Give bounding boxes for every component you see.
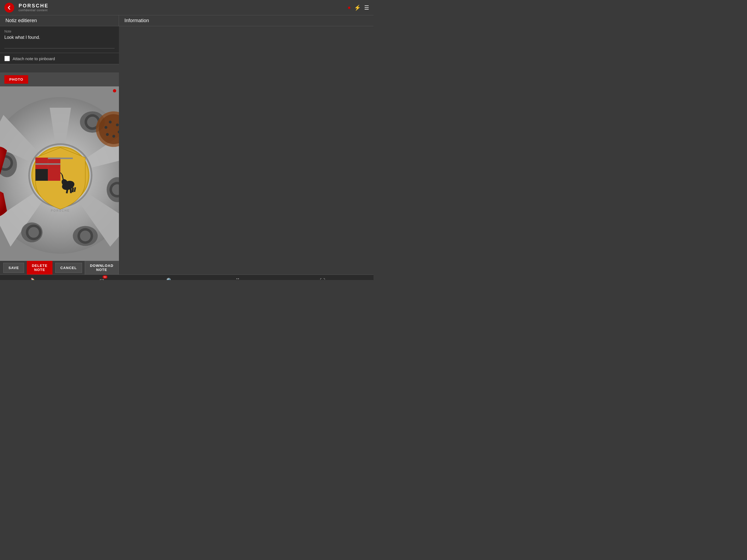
photo-indicator-dot — [113, 89, 116, 93]
fullscreen-icon: ⛶ — [320, 278, 325, 280]
note-text-content: Look what I found. — [4, 35, 114, 46]
svg-rect-29 — [35, 163, 60, 164]
gap-section — [0, 64, 119, 73]
back-button[interactable] — [4, 3, 14, 12]
qr-code-icon: ⠿ — [236, 278, 240, 280]
tab-qr-code[interactable]: ⠿ QR Code — [204, 275, 272, 280]
search-icon: 🔍 — [166, 278, 173, 280]
wheel-image: PORSCHE PORSC — [0, 86, 119, 261]
svg-point-44 — [109, 121, 111, 123]
svg-text:PORSCHE: PORSCHE — [51, 209, 70, 212]
svg-rect-30 — [35, 169, 48, 181]
news-icon: ✉ 50 — [100, 278, 104, 280]
app-header: PORSCHE confidential content ● ⚡ ☰ — [0, 0, 374, 15]
svg-rect-31 — [48, 169, 60, 181]
svg-point-45 — [116, 123, 119, 126]
note-section: Note Look what I found. — [0, 26, 119, 53]
information-title: Information — [124, 18, 149, 24]
cancel-button[interactable]: CANCEL — [55, 263, 82, 273]
save-button[interactable]: SAVE — [3, 263, 24, 273]
main-layout: Note Look what I found. Attach note to p… — [0, 26, 374, 275]
left-panel: Note Look what I found. Attach note to p… — [0, 26, 119, 275]
tab-bar: ✏️ Add note ✉ 50 News 🔍 Search ⠿ QR Code… — [0, 275, 374, 280]
tab-search[interactable]: 🔍 Search — [136, 275, 204, 280]
lightning-icon[interactable]: ⚡ — [354, 4, 361, 11]
logo-subtitle: confidential content — [19, 9, 49, 12]
pinboard-checkbox[interactable] — [4, 56, 10, 61]
titles-row: Notiz editieren Information — [0, 15, 374, 26]
svg-rect-28 — [48, 157, 73, 159]
notification-icon[interactable]: ● — [347, 4, 351, 11]
brand-logo: PORSCHE confidential content — [19, 3, 49, 12]
edit-note-title: Notiz editieren — [5, 18, 37, 24]
pinboard-checkbox-row: Attach note to pinboard — [0, 53, 119, 64]
page-title-left: Notiz editieren — [0, 15, 119, 26]
menu-icon[interactable]: ☰ — [364, 4, 369, 11]
svg-point-19 — [28, 227, 39, 238]
add-note-icon: ✏️ — [31, 278, 37, 280]
pinboard-label: Attach note to pinboard — [12, 56, 55, 61]
action-bar: SAVE DELETE NOTE CANCEL DOWNLOAD NOTE — [0, 261, 119, 275]
note-label: Note — [4, 29, 114, 33]
download-note-button[interactable]: DOWNLOAD NOTE — [85, 261, 119, 275]
tab-news[interactable]: ✉ 50 News — [68, 275, 136, 280]
page-title-right: Information — [119, 15, 374, 26]
photo-button[interactable]: PHOTO — [4, 75, 28, 84]
svg-point-13 — [87, 117, 98, 127]
svg-point-17 — [80, 230, 91, 241]
tab-fullscreen[interactable]: ⛶ Full Screen — [272, 275, 374, 280]
photo-area: PORSCHE PORSC — [0, 86, 119, 261]
svg-point-48 — [106, 133, 108, 136]
logo-name: PORSCHE — [19, 3, 49, 9]
header-actions: ● ⚡ ☰ — [347, 4, 369, 11]
svg-point-49 — [104, 126, 107, 129]
right-panel — [119, 26, 374, 275]
tab-add-note[interactable]: ✏️ Add note — [0, 275, 68, 280]
delete-note-button[interactable]: DELETE NOTE — [27, 261, 52, 275]
news-badge: 50 — [103, 275, 107, 279]
photo-header: PHOTO — [0, 73, 119, 86]
svg-point-47 — [112, 135, 115, 137]
